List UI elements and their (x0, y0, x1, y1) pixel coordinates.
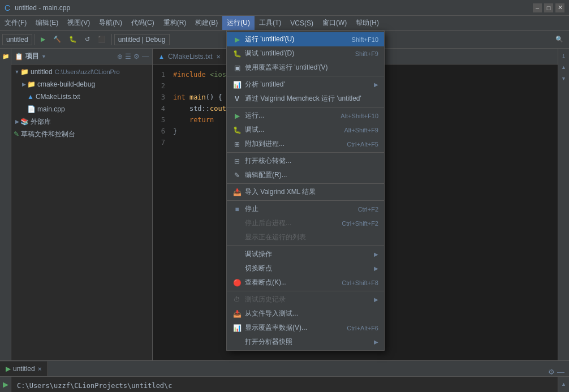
debug2-label: 调试... (245, 125, 264, 135)
dropdown-import-test-left: 📥 从文件导入测试... (232, 309, 298, 318)
tree-external-libs[interactable]: ▶ 📚 外部库 (11, 115, 152, 128)
dropdown-coredump[interactable]: ⊟ 打开核心转储... (227, 154, 384, 168)
show-coverage-label: 显示覆盖率数据(V)... (245, 323, 307, 333)
toolbar-run-btn[interactable]: ▶ (37, 35, 49, 44)
dropdown-import-valgrind[interactable]: 📥 导入 Valgrind XML 结果 (227, 185, 384, 199)
stop-bg-label: 停止后台进程... (245, 218, 291, 228)
right-icon-3[interactable]: ▼ (559, 74, 569, 84)
run-right-sidebar: ▲ ▼ (558, 377, 569, 392)
project-dropdown-icon[interactable]: ▼ (41, 54, 46, 59)
menu-build[interactable]: 构建(B) (191, 16, 222, 30)
dropdown-debug-actions[interactable]: 调试操作 ▶ (227, 247, 384, 261)
dropdown-debug-actions-left: 调试操作 (232, 249, 272, 259)
bottom-tab-run[interactable]: ▶ untitled ✕ (0, 361, 48, 376)
menu-window[interactable]: 窗口(W) (318, 16, 351, 30)
dropdown-coverage-left: ▣ 使用覆盖率运行 'untitled'(V) (232, 63, 328, 72)
coverage-label: 使用覆盖率运行 'untitled'(V) (245, 63, 328, 72)
dropdown-profiler[interactable]: 打开分析器快照 ▶ (227, 335, 384, 349)
config-selector[interactable]: untitled | Debug (114, 34, 170, 45)
separator-1 (227, 76, 384, 76)
dropdown-stop-bg[interactable]: 停止后台进程... Ctrl+Shift+F2 (227, 216, 384, 230)
valgrind-label: 通过 Valgrind Memcheck 运行 'untitled' (245, 94, 361, 104)
project-add-icon[interactable]: ⊕ (117, 53, 123, 61)
project-panel-header: 📋 项目 ▼ ⊕ ☰ ⚙ — (11, 49, 152, 64)
toolbar-debug-btn[interactable]: 🐛 (66, 35, 80, 44)
tree-main-cpp[interactable]: 📄 main.cpp (11, 103, 152, 115)
menu-tools[interactable]: 工具(T) (255, 16, 286, 30)
attach-shortcut: Ctrl+Alt+F5 (347, 141, 378, 148)
toolbar-search-btn[interactable]: 🔍 (552, 35, 567, 44)
debug2-icon: 🐛 (232, 126, 242, 135)
menu-navigate[interactable]: 导航(N) (94, 16, 127, 30)
tree-cmake-build-icon: 📁 (27, 80, 36, 88)
debug-actions-arrow: ▶ (374, 251, 378, 257)
sidebar-project-icon[interactable]: 📁 (1, 51, 11, 61)
separator-6 (227, 245, 384, 246)
right-icon-1[interactable]: 1 (559, 51, 569, 61)
test-history-icon: ⏱ (232, 295, 242, 304)
dropdown-stop[interactable]: ■ 停止 Ctrl+F2 (227, 202, 384, 216)
dropdown-analyze[interactable]: 📊 分析 'untitled' ▶ (227, 77, 384, 92)
run-tab-close[interactable]: ✕ (37, 366, 42, 372)
bottom-content: ▶ ▲ ↓ ↩ ⚙ 🖨 🗑 C:\Users\uzzf\CLionProject… (0, 377, 569, 392)
dropdown-debug-untitled[interactable]: 🐛 调试 'untitled'(D) Shift+F9 (227, 46, 384, 61)
dropdown-run-left: ▶ 运行 'untitled'(U) (232, 35, 294, 44)
minimize-button[interactable]: – (533, 3, 542, 12)
project-minimize-icon[interactable]: — (142, 53, 149, 61)
editconfig-icon: ✎ (232, 171, 242, 180)
tree-cmake-build[interactable]: ▶ 📁 cmake-build-debug (11, 78, 152, 91)
tab-cmakelists-close[interactable]: ✕ (216, 54, 221, 60)
project-icon: 📋 (15, 53, 23, 61)
menu-file[interactable]: 文件(F) (0, 16, 31, 30)
dropdown-valgrind[interactable]: V 通过 Valgrind Memcheck 运行 'untitled' (227, 92, 384, 106)
tree-root-arrow: ▼ (14, 69, 20, 75)
run-minimize-icon[interactable]: — (557, 368, 564, 376)
dropdown-editconfig[interactable]: ✎ 编辑配置(R)... (227, 168, 384, 182)
tab-cmakelists[interactable]: ▲ CMakeLists.txt ✕ (153, 49, 227, 64)
dropdown-toggle-bp[interactable]: 切换断点 ▶ (227, 261, 384, 275)
menu-refactor[interactable]: 重构(R) (159, 16, 191, 30)
tree-cmakelists[interactable]: ▲ CMakeLists.txt (11, 91, 152, 103)
run-right-icon1[interactable]: ▲ (559, 379, 569, 389)
stop-bg-shortcut: Ctrl+Shift+F2 (342, 220, 378, 227)
run-play-btn[interactable]: ▶ (1, 379, 11, 389)
test-history-label: 测试历史记录 (245, 295, 286, 304)
dropdown-show-running[interactable]: 显示正在运行的列表 (227, 230, 384, 244)
dropdown-view-bp[interactable]: 🔴 查看断点(K)... Ctrl+Shift+F8 (227, 275, 384, 290)
project-header-actions: ⊕ ☰ ⚙ — (117, 53, 149, 61)
run-tab-label: untitled (13, 365, 35, 373)
dropdown-run-untitled[interactable]: ▶ 运行 'untitled'(U) Shift+F10 (227, 32, 384, 46)
project-list-icon[interactable]: ☰ (125, 53, 131, 61)
tree-scratch[interactable]: ✎ 草稿文件和控制台 (11, 128, 152, 140)
dropdown-import-test[interactable]: 📥 从文件导入测试... (227, 307, 384, 321)
menu-help[interactable]: 帮助(H) (351, 16, 383, 30)
dropdown-run2[interactable]: ▶ 运行... Alt+Shift+F10 (227, 109, 384, 123)
project-settings-icon[interactable]: ⚙ (133, 53, 140, 61)
close-button[interactable]: ✕ (555, 3, 564, 12)
dropdown-run-coverage[interactable]: ▣ 使用覆盖率运行 'untitled'(V) (227, 61, 384, 75)
debug-actions-icon (232, 250, 242, 259)
maximize-button[interactable]: □ (544, 3, 553, 12)
tree-root[interactable]: ▼ 📁 untitled C:\Users\uzzf\CLionPro (11, 66, 152, 78)
view-bp-shortcut: Ctrl+Shift+F8 (342, 279, 378, 286)
menu-run[interactable]: 运行(U) (222, 16, 255, 30)
dropdown-show-coverage[interactable]: 📊 显示覆盖率数据(V)... Ctrl+Alt+F6 (227, 321, 384, 335)
menu-edit[interactable]: 编辑(E) (31, 16, 63, 30)
toolbar-reload-btn[interactable]: ↺ (81, 35, 93, 44)
run-settings-icon[interactable]: ⚙ (548, 368, 555, 376)
menu-vcs[interactable]: VCS(S) (286, 16, 318, 30)
menu-code[interactable]: 代码(C) (127, 16, 159, 30)
menu-view[interactable]: 视图(V) (63, 16, 94, 30)
coredump-icon: ⊟ (232, 157, 242, 166)
analyze-icon: 📊 (232, 80, 242, 89)
toolbar-build-btn[interactable]: 🔨 (50, 35, 64, 44)
dropdown-attach[interactable]: ⊞ 附加到进程... Ctrl+Alt+F5 (227, 137, 384, 151)
right-icon-2[interactable]: ▲ (559, 62, 569, 72)
dropdown-debug2[interactable]: 🐛 调试... Alt+Shift+F9 (227, 123, 384, 137)
project-selector[interactable]: untitled (2, 34, 32, 45)
toolbar-stop-btn[interactable]: ⬛ (94, 35, 109, 44)
dropdown-test-history[interactable]: ⏱ 测试历史记录 ▶ (227, 292, 384, 307)
left-sidebar-icons: 📁 (0, 49, 11, 360)
profiler-arrow: ▶ (374, 339, 378, 345)
dropdown-debug2-left: 🐛 调试... (232, 125, 264, 135)
